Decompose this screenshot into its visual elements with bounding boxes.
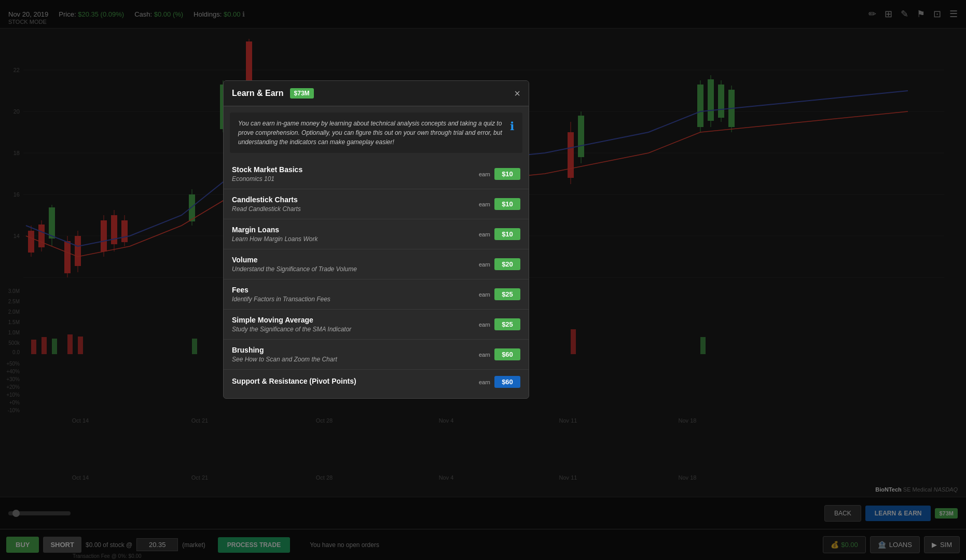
- modal-close-button[interactable]: ×: [514, 88, 520, 99]
- reward-badge: $10: [494, 228, 520, 240]
- reward-badge: $25: [494, 288, 520, 300]
- reward-badge: $25: [494, 318, 520, 330]
- reward-badge: $60: [494, 376, 520, 388]
- list-item[interactable]: Volume Understand the Significance of Tr…: [224, 249, 529, 279]
- reward-badge: $10: [494, 198, 520, 210]
- list-item[interactable]: Fees Identify Factors in Transaction Fee…: [224, 279, 529, 310]
- info-icon: ℹ: [510, 120, 514, 133]
- modal-badge: $73M: [290, 88, 314, 99]
- modal-list: Stock Market Basics Economics 101 earn $…: [224, 159, 529, 398]
- list-item[interactable]: Stock Market Basics Economics 101 earn $…: [224, 159, 529, 189]
- modal-title: Learn & Earn: [232, 89, 284, 98]
- reward-badge: $20: [494, 258, 520, 270]
- reward-badge: $10: [494, 168, 520, 180]
- reward-badge: $60: [494, 348, 520, 360]
- list-item[interactable]: Simple Moving Average Study the Signific…: [224, 310, 529, 340]
- list-item[interactable]: Support & Resistance (Pivot Points) earn…: [224, 370, 529, 394]
- learn-earn-modal: Learn & Earn $73M × You can earn in-game…: [223, 80, 529, 399]
- list-item[interactable]: Margin Loans Learn How Margin Loans Work…: [224, 219, 529, 249]
- list-item[interactable]: Candlestick Charts Read Candlestick Char…: [224, 189, 529, 219]
- modal-info-box: You can earn in-game money by learning a…: [230, 113, 522, 153]
- modal-info-text: You can earn in-game money by learning a…: [238, 119, 504, 147]
- modal-header: Learn & Earn $73M ×: [224, 81, 529, 106]
- list-item[interactable]: Brushing See How to Scan and Zoom the Ch…: [224, 340, 529, 370]
